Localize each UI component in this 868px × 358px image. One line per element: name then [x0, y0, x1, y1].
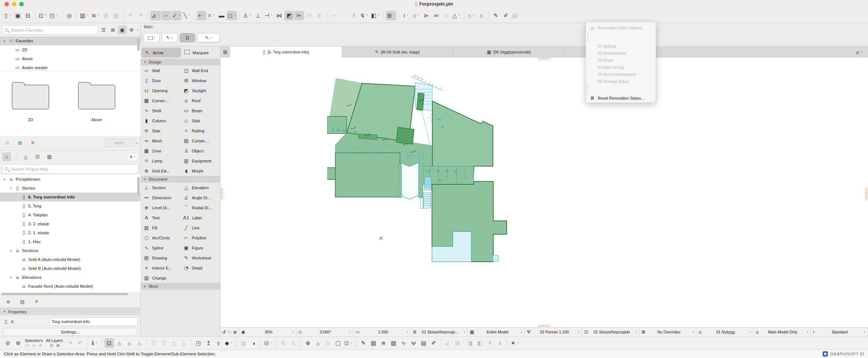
zoom-in[interactable]: ⊕ [233, 329, 237, 335]
viewpoint-settings[interactable]: ▤ [18, 297, 27, 306]
favorites-folder-akser[interactable]: ▭ Akser [0, 54, 141, 63]
flip-wall[interactable]: ◧ [475, 338, 485, 348]
marquee-restrict-options[interactable] [144, 33, 159, 42]
cut-fills[interactable]: ▨ [389, 338, 398, 348]
new-favorite[interactable]: ☆ [3, 138, 12, 147]
trace-handle-left[interactable] [220, 187, 224, 201]
zoom-next[interactable]: ↻ [228, 329, 232, 335]
view-layouts[interactable]: ⊡ [33, 152, 42, 161]
unlock-selection-icon[interactable]: ⊚ [39, 344, 42, 348]
add-viewpoint[interactable]: ⊕ [4, 297, 13, 306]
favorites-root[interactable]: ∨ ☆ Favorites [0, 36, 141, 45]
edit-selection-set[interactable]: ⊞ [386, 11, 396, 20]
tool-drawing[interactable]: ▤Drawing [141, 253, 180, 263]
lock-selection-icon[interactable]: ⊖ [32, 344, 36, 348]
node-2-etasje[interactable]: ▯ 3. 2. etasje [0, 219, 141, 228]
redo-mini[interactable]: ↷ [65, 338, 75, 348]
line-options[interactable]: ╲ [182, 11, 192, 20]
tool-label[interactable]: A1Label [180, 213, 220, 223]
tool-interior-elevation[interactable]: ⌖Interior E... [141, 263, 180, 273]
new-document[interactable]: ▯ [3, 11, 13, 20]
copy-paste-options[interactable]: ⊡ [38, 11, 48, 20]
tracker-coordinates[interactable]: ⌖ [197, 11, 206, 20]
node-hav[interactable]: ▯ 1. Hav [0, 237, 141, 246]
snap-points[interactable]: ✓ [171, 11, 182, 20]
unlock-all-layers-icon[interactable]: ⊖ [57, 344, 60, 348]
tool-marquee[interactable]: Marquee [181, 48, 220, 58]
tool-polyline[interactable]: ⌐Polyline [180, 233, 220, 243]
graphisoft-id[interactable]: GRAPHISOFT ID [823, 351, 864, 357]
guide-lines[interactable]: ⊿ [150, 11, 161, 20]
favorites-folder-2d[interactable]: ▭ 2D [0, 45, 141, 54]
print[interactable]: ⊟ [23, 11, 33, 20]
favorites-search[interactable] [2, 25, 98, 35]
model-view-options[interactable]: ⊡ 01 Skisse/forprosjekt [582, 328, 639, 336]
story-name-input[interactable] [49, 317, 138, 326]
menu-05-nye-konstruksjoner[interactable]: 05 Nye konstruksjoner [586, 71, 656, 78]
tool-railing[interactable]: ⌗Railing [180, 126, 220, 136]
find-and-select[interactable]: ◎ [64, 11, 74, 20]
show-all-layers-icon[interactable]: ∅ [50, 344, 54, 348]
tool-wall-end[interactable]: ◫Wall End [180, 65, 220, 75]
horizontal-scrollbar[interactable] [1, 293, 128, 295]
node-sections[interactable]: ∨ ⌂ Sections [0, 246, 141, 255]
tool-dimension[interactable]: ↔Dimension [141, 193, 180, 203]
slab-reference-top[interactable]: ↟ [485, 338, 495, 348]
inject-parameters[interactable]: ✐ [501, 11, 511, 20]
snap-guides[interactable]: ⌐ [161, 11, 171, 20]
show-renovation-status[interactable]: ⌂ [477, 11, 486, 20]
menu-02-eksisterende[interactable]: 02 Eksisterende [586, 49, 656, 57]
renovation-filter-button[interactable]: ⌂ [467, 11, 476, 20]
tool-mesh[interactable]: ≈Mesh [141, 136, 180, 146]
toolbox-section-document[interactable]: ▼ Document [141, 176, 220, 183]
surface-painter[interactable]: ✎ [359, 338, 368, 348]
tool-change[interactable]: ▧Change [141, 273, 180, 283]
tool-window[interactable]: ⊞Window [180, 75, 220, 86]
curtain-wall-frames[interactable]: ⊞ [454, 338, 465, 348]
view-sections[interactable]: △ [21, 152, 30, 161]
toolbox-section-design[interactable]: ▼ Design [141, 59, 220, 65]
trace-handle-top[interactable] [537, 58, 551, 61]
layer-settings[interactable]: ≋ [90, 11, 101, 20]
3d-styles[interactable]: ⊟ [263, 338, 274, 348]
rotate-orientation[interactable]: ◳ [48, 11, 59, 20]
node-elevations[interactable]: ∨ ⌂ Elevations [0, 273, 141, 282]
orbit[interactable]: ↻ [278, 338, 288, 348]
new-3d-window[interactable]: ◳ [194, 338, 203, 348]
marker-up[interactable]: △ [169, 338, 179, 348]
project-map-search[interactable] [2, 164, 138, 174]
tool-corner-window[interactable]: ▦Corner-... [141, 96, 180, 106]
fill-pen[interactable]: ✐ [429, 338, 439, 348]
layer-combination[interactable]: ≣ 01 Skisse/forprosje... [410, 328, 468, 336]
tool-wall[interactable]: ▱Wall [141, 65, 180, 75]
tool-angle-dimension[interactable]: ∠Angle Di... [180, 193, 220, 203]
partial-structure-display[interactable]: ⌂ Main Model Only [754, 328, 811, 336]
profile-manager[interactable]: I [401, 11, 411, 20]
tab-w09-snitt-eks-trapp[interactable]: ✎ [W-09 Snitt eks. trapp] [342, 46, 453, 58]
save[interactable]: ▣ [13, 11, 23, 20]
3d-cutaway[interactable]: ◆ [224, 338, 234, 348]
menu-renovation-filter-options[interactable]: ⌂ Renovation Filter Options... [586, 23, 656, 33]
tool-lamp[interactable]: ☼Lamp [141, 156, 180, 166]
tab-overview-button[interactable]: ⊞ [220, 46, 230, 58]
expand-chevron[interactable]: ∨ [2, 177, 7, 181]
tool-slab[interactable]: ◇Slab [180, 116, 220, 126]
revision-management[interactable]: ◌ [441, 11, 451, 20]
cover-fills[interactable]: ≋ [379, 338, 388, 348]
tool-door[interactable]: ▯Door [141, 75, 180, 86]
zoom-level[interactable]: ◉ 30% [239, 328, 296, 336]
tool-beam[interactable]: ▭Beam [180, 106, 220, 116]
wall-reference-line[interactable]: ⊿ [443, 338, 454, 348]
flip-door[interactable]: ◨ [465, 338, 475, 348]
tab-06-veggtypeoversikt[interactable]: ▦ [06 Veggtypeoversikt] [453, 46, 565, 58]
stretch-elements[interactable]: ◧ [370, 11, 381, 20]
tool-radial-dimension[interactable]: ⌒Radial Di... [180, 203, 220, 213]
tool-skylight[interactable]: ◩Skylight [180, 86, 220, 96]
tool-detail[interactable]: ◔Detail [180, 263, 220, 273]
apply-button[interactable]: Apply [104, 139, 135, 147]
panel-expand-chevron[interactable]: › [137, 28, 138, 32]
expand-chevron[interactable]: ∨ [9, 249, 13, 252]
menu-06-planlagt-status[interactable]: 06 Planlagt status [586, 78, 656, 85]
menu-03-rives[interactable]: 03 Rives [586, 57, 656, 64]
roof-wizard[interactable]: ⌂ [411, 11, 421, 20]
